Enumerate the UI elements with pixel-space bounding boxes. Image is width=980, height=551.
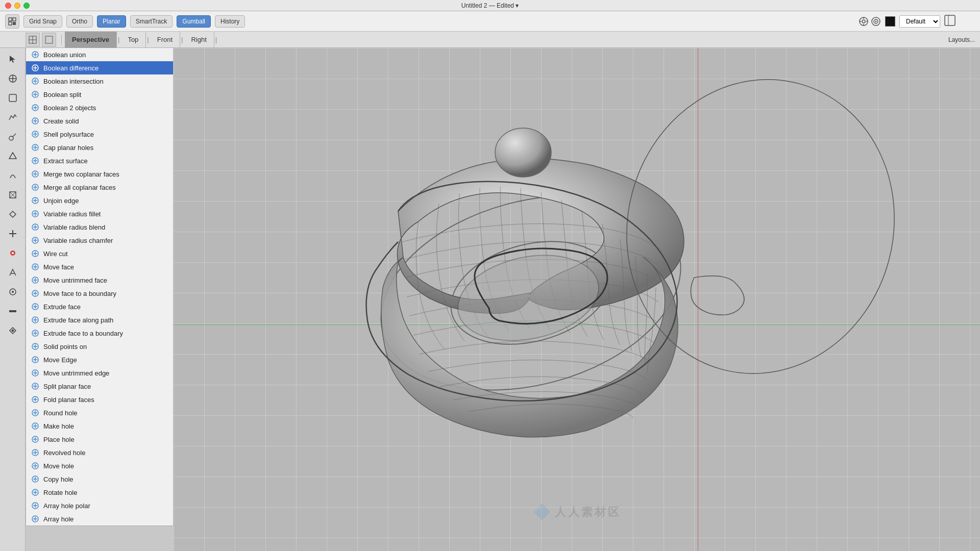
sidebar-tool-2[interactable] — [4, 89, 22, 107]
viewport[interactable]: 🔷 人人素材区 — [174, 48, 980, 551]
sidebar-tool-3[interactable] — [4, 108, 22, 127]
sidebar-tool-4[interactable] — [4, 128, 22, 146]
history-button[interactable]: History — [215, 15, 245, 28]
menu-item-35[interactable]: Array hole — [26, 512, 173, 525]
layouts-button[interactable]: Layouts... — [948, 36, 975, 43]
menu-item-28[interactable]: Make hole — [26, 419, 173, 433]
menu-item-21[interactable]: Extrude face to a boundary — [26, 327, 173, 340]
sidebar-tool-11[interactable] — [4, 263, 22, 282]
menu-item-3[interactable]: Boolean split — [26, 88, 173, 101]
ortho-button[interactable]: Ortho — [66, 15, 93, 28]
expand-button[interactable] — [944, 15, 975, 28]
menu-item-label-11: Unjoin edge — [43, 197, 79, 205]
menu-item-20[interactable]: Extrude face along path — [26, 313, 173, 327]
view-divider-1 — [61, 35, 62, 45]
planar-button[interactable]: Planar — [97, 15, 126, 28]
menu-item-1[interactable]: Boolean difference — [26, 61, 173, 74]
menu-item-8[interactable]: Extract surface — [26, 154, 173, 167]
menu-item-0[interactable]: Boolean union — [26, 48, 173, 61]
sidebar-tool-14[interactable] — [4, 321, 22, 340]
menu-item-13[interactable]: Variable radius blend — [26, 220, 173, 234]
grid-snap-button[interactable]: Grid Snap — [23, 15, 62, 28]
minimize-button[interactable] — [14, 3, 20, 9]
sidebar-tool-9[interactable] — [4, 224, 22, 243]
menu-item-7[interactable]: Cap planar holes — [26, 141, 173, 154]
menu-item-25[interactable]: Split planar face — [26, 380, 173, 393]
svg-point-36 — [12, 291, 14, 293]
menu-item-label-0: Boolean union — [43, 51, 86, 59]
sidebar-tool-12[interactable] — [4, 283, 22, 301]
menu-item-icon-3 — [31, 90, 39, 98]
sidebar-tool-7[interactable] — [4, 186, 22, 204]
menu-item-label-18: Move face to a boundary — [43, 290, 116, 297]
svg-rect-37 — [9, 310, 16, 312]
gumball-button[interactable]: Gumball — [177, 15, 211, 28]
toolbar-icon-left[interactable] — [5, 14, 19, 29]
menu-item-32[interactable]: Copy hole — [26, 472, 173, 486]
menu-item-9[interactable]: Merge two coplanar faces — [26, 167, 173, 181]
menu-item-icon-35 — [31, 515, 39, 523]
menu-item-label-16: Move face — [43, 263, 74, 271]
menu-item-6[interactable]: Shell polysurface — [26, 128, 173, 141]
menu-item-11[interactable]: Unjoin edge — [26, 194, 173, 207]
view-single-icon[interactable] — [42, 33, 56, 47]
menu-item-17[interactable]: Move untrimmed face — [26, 273, 173, 287]
menu-item-27[interactable]: Round hole — [26, 406, 173, 419]
menu-item-icon-24 — [31, 369, 39, 377]
left-sidebar — [0, 48, 26, 551]
menu-item-19[interactable]: Extrude face — [26, 300, 173, 313]
menu-item-label-19: Extrude face — [43, 303, 81, 311]
tab-front[interactable]: Front — [150, 32, 180, 48]
menu-item-icon-32 — [31, 475, 39, 483]
menu-item-12[interactable]: Variable radius fillet — [26, 207, 173, 220]
menu-item-31[interactable]: Move hole — [26, 459, 173, 472]
sidebar-tool-8[interactable] — [4, 205, 22, 223]
tab-top[interactable]: Top — [120, 32, 146, 48]
menu-item-15[interactable]: Wire cut — [26, 247, 173, 260]
menu-item-label-26: Fold planar faces — [43, 396, 94, 404]
menu-item-24[interactable]: Move untrimmed edge — [26, 366, 173, 380]
menu-item-5[interactable]: Create solid — [26, 114, 173, 128]
menu-item-14[interactable]: Variable radius chamfer — [26, 234, 173, 247]
view-grid-icon[interactable] — [26, 33, 40, 47]
svg-rect-2 — [9, 22, 12, 25]
menu-item-label-28: Make hole — [43, 422, 74, 430]
camera-icon[interactable] — [859, 16, 869, 27]
menu-item-icon-7 — [31, 143, 39, 152]
menu-item-23[interactable]: Move Edge — [26, 353, 173, 366]
svg-rect-23 — [9, 94, 16, 102]
menu-item-34[interactable]: Array hole polar — [26, 499, 173, 512]
tab-perspective[interactable]: Perspective — [65, 32, 117, 48]
menu-item-icon-16 — [31, 263, 39, 271]
menu-item-30[interactable]: Revolved hole — [26, 446, 173, 459]
sidebar-tool-13[interactable] — [4, 302, 22, 320]
color-swatch[interactable] — [885, 16, 895, 27]
toolbar-right: Default — [859, 15, 940, 28]
menu-item-18[interactable]: Move face to a boundary — [26, 287, 173, 300]
close-button[interactable] — [5, 3, 11, 9]
menu-item-33[interactable]: Rotate hole — [26, 486, 173, 499]
svg-point-150 — [450, 243, 606, 353]
menu-item-26[interactable]: Fold planar faces — [26, 393, 173, 406]
menu-item-2[interactable]: Boolean intersection — [26, 74, 173, 88]
menu-item-icon-11 — [31, 196, 39, 205]
sidebar-tool-6[interactable] — [4, 166, 22, 185]
menu-item-icon-23 — [31, 356, 39, 364]
menu-item-10[interactable]: Merge all coplanar faces — [26, 181, 173, 194]
menu-item-label-29: Place hole — [43, 436, 75, 443]
menu-item-22[interactable]: Solid points on — [26, 340, 173, 353]
menu-item-16[interactable]: Move face — [26, 260, 173, 273]
menu-item-29[interactable]: Place hole — [26, 433, 173, 446]
menu-item-label-12: Variable radius fillet — [43, 210, 101, 218]
maximize-button[interactable] — [23, 3, 30, 9]
smarttrack-button[interactable]: SmartTrack — [130, 15, 173, 28]
menu-item-icon-34 — [31, 502, 39, 510]
sidebar-tool-5[interactable] — [4, 147, 22, 165]
sidebar-tool-10[interactable] — [4, 244, 22, 262]
target-icon[interactable] — [871, 16, 881, 27]
sidebar-tool-1[interactable] — [4, 69, 22, 88]
menu-item-4[interactable]: Boolean 2 objects — [26, 101, 173, 114]
layer-select[interactable]: Default — [899, 15, 940, 28]
sidebar-select-icon[interactable] — [4, 50, 22, 68]
tab-right[interactable]: Right — [184, 32, 214, 48]
